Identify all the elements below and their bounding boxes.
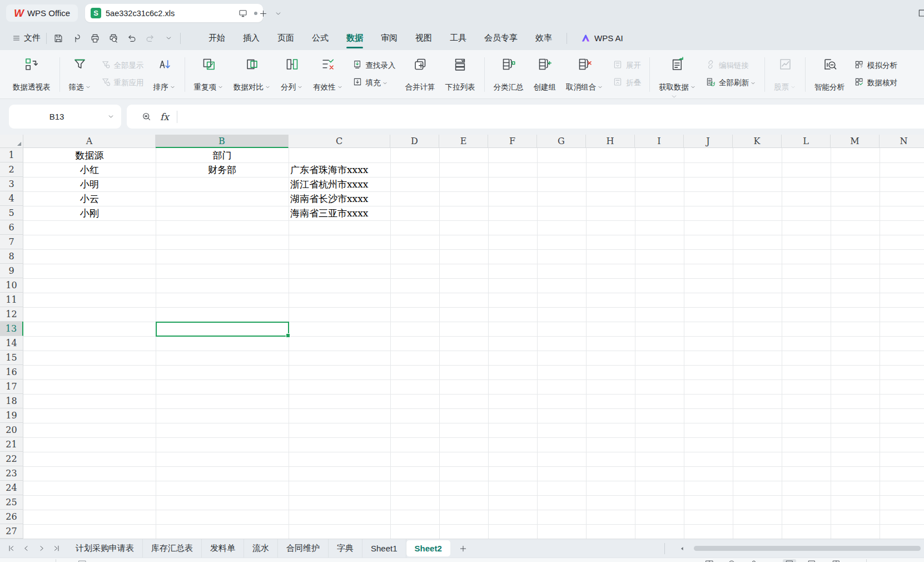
ribbon-button-筛选[interactable]: 筛选 [64, 56, 96, 93]
view-break-partial-icon[interactable] [832, 559, 841, 562]
menu-tab-数据[interactable]: 数据 [337, 26, 372, 50]
grid-cell-C3[interactable]: 浙江省杭州市xxxx [289, 177, 390, 191]
ribbon-button-全部刷新[interactable]: 全部刷新 [706, 77, 756, 89]
window-control-partial-icon[interactable] [916, 7, 924, 20]
ribbon-button-创建组[interactable]: 创建组 [529, 56, 562, 93]
add-sheet-button[interactable] [457, 543, 469, 555]
row-header-17[interactable]: 17 [0, 379, 23, 394]
row-header-12[interactable]: 12 [0, 307, 23, 322]
row-header-10[interactable]: 10 [0, 278, 23, 293]
undo-icon[interactable] [126, 32, 138, 45]
row-header-16[interactable]: 16 [0, 365, 23, 379]
fill-handle[interactable] [286, 333, 290, 338]
ribbon-button-填充[interactable]: 填充 [352, 77, 396, 89]
live-preview-monitor-icon[interactable] [237, 7, 249, 19]
ribbon-button-合并计算[interactable]: 合并计算 [400, 56, 440, 93]
grid-cell-C5[interactable]: 海南省三亚市xxxx [289, 206, 390, 220]
fx-icon[interactable]: fx [160, 111, 169, 122]
ribbon-button-有效性[interactable]: 有效性 [308, 56, 348, 93]
ribbon-button-模拟分析[interactable]: ?模拟分析 [854, 60, 897, 72]
grid-cell-A4[interactable]: 小云 [23, 191, 156, 206]
menu-tab-工具[interactable]: 工具 [441, 26, 475, 50]
sheet-tab-Sheet1[interactable]: Sheet1 [362, 539, 406, 558]
ribbon-button-获取数据[interactable]: 获取数据 [654, 56, 701, 93]
ribbon-button-编辑链接[interactable]: 编辑链接 [706, 60, 756, 72]
first-sheet-icon[interactable] [6, 543, 17, 554]
grid-cell-A3[interactable]: 小明 [23, 177, 156, 191]
document-tab[interactable]: S 5ae332c31c6c2.xls [85, 4, 263, 22]
row-header-22[interactable]: 22 [0, 452, 23, 466]
sheet-tab-库存汇总表[interactable]: 库存汇总表 [143, 539, 202, 558]
print-preview-icon[interactable] [107, 32, 120, 45]
grid-cell-B2[interactable]: 财务部 [156, 162, 289, 177]
menu-tab-审阅[interactable]: 审阅 [372, 26, 406, 50]
grid-cell-A2[interactable]: 小红 [23, 162, 156, 177]
row-header-2[interactable]: 2 [0, 162, 23, 177]
ribbon-button-重复项[interactable]: 重复项 [189, 56, 229, 93]
menu-tab-公式[interactable]: 公式 [303, 26, 337, 50]
ribbon-button-股票[interactable]: 股票 [769, 56, 801, 93]
sheet-tab-Sheet2[interactable]: Sheet2 [406, 540, 450, 556]
grid-settings-partial-icon[interactable] [705, 559, 714, 562]
sheet-tab-字典[interactable]: 字典 [329, 539, 362, 558]
row-header-1[interactable]: 1 [0, 148, 23, 162]
row-header-11[interactable]: 11 [0, 293, 23, 307]
row-header-3[interactable]: 3 [0, 177, 23, 191]
row-header-15[interactable]: 15 [0, 351, 23, 365]
ribbon-button-展开[interactable]: 展开 [613, 60, 641, 72]
ribbon-button-全部显示[interactable]: 全部显示 [101, 60, 144, 72]
row-header-18[interactable]: 18 [0, 394, 23, 408]
formula-zoom-icon[interactable] [140, 111, 152, 123]
ribbon-button-数据核对[interactable]: 数据核对 [854, 77, 897, 89]
grid-cell-A5[interactable]: 小刚 [23, 206, 156, 220]
menu-tab-效率[interactable]: 效率 [526, 26, 561, 50]
wps-ai-button[interactable]: WPS AI [580, 33, 623, 43]
name-box[interactable]: B13 [9, 105, 121, 129]
column-header-N[interactable]: N [880, 135, 924, 148]
row-header-24[interactable]: 24 [0, 481, 23, 495]
menu-tab-视图[interactable]: 视图 [406, 26, 441, 50]
row-header-4[interactable]: 4 [0, 191, 23, 206]
column-header-L[interactable]: L [782, 135, 831, 148]
sheet-tab-计划采购申请表[interactable]: 计划采购申请表 [67, 539, 143, 558]
quick-access-chevron-icon[interactable] [162, 32, 175, 45]
export-icon[interactable] [71, 32, 83, 45]
select-all-corner[interactable] [0, 135, 23, 148]
column-header-K[interactable]: K [733, 135, 782, 148]
row-header-26[interactable]: 26 [0, 510, 23, 524]
row-header-8[interactable]: 8 [0, 249, 23, 264]
menu-tab-开始[interactable]: 开始 [200, 26, 234, 50]
grid-cell-C4[interactable]: 湖南省长沙市xxxx [289, 191, 390, 206]
row-header-14[interactable]: 14 [0, 336, 23, 351]
row-header-21[interactable]: 21 [0, 437, 23, 452]
column-header-F[interactable]: F [488, 135, 537, 148]
sheet-tab-合同维护[interactable]: 合同维护 [278, 539, 329, 558]
menu-tab-插入[interactable]: 插入 [234, 26, 269, 50]
column-header-I[interactable]: I [635, 135, 684, 148]
prev-sheet-icon[interactable] [21, 543, 32, 554]
redo-icon[interactable] [144, 32, 156, 45]
row-header-27[interactable]: 27 [0, 524, 23, 539]
row-header-5[interactable]: 5 [0, 206, 23, 220]
name-box-chevron-icon[interactable] [105, 111, 117, 123]
tab-list-chevron-icon[interactable] [271, 7, 285, 20]
grid-cell-C2[interactable]: 广东省珠海市xxxx [289, 162, 390, 177]
column-header-J[interactable]: J [684, 135, 733, 148]
row-header-25[interactable]: 25 [0, 495, 23, 510]
wps-office-home-button[interactable]: W WPS Office [6, 4, 78, 22]
ribbon-button-智能分析[interactable]: 智能分析 [809, 56, 850, 93]
menu-tab-页面[interactable]: 页面 [269, 26, 303, 50]
ribbon-button-取消组合[interactable]: 取消组合 [561, 56, 608, 93]
column-header-M[interactable]: M [831, 135, 880, 148]
row-header-20[interactable]: 20 [0, 423, 23, 437]
print-icon[interactable] [89, 32, 101, 45]
ribbon-button-数据透视表[interactable]: 数据透视表 [8, 56, 56, 93]
sheet-tab-发料单[interactable]: 发料单 [202, 539, 244, 558]
next-sheet-icon[interactable] [36, 543, 47, 554]
ribbon-button-查找录入[interactable]: 查找录入 [352, 60, 396, 72]
column-header-G[interactable]: G [537, 135, 586, 148]
row-header-6[interactable]: 6 [0, 220, 23, 235]
column-header-E[interactable]: E [439, 135, 488, 148]
column-header-B[interactable]: B [156, 135, 289, 148]
row-header-7[interactable]: 7 [0, 235, 23, 249]
